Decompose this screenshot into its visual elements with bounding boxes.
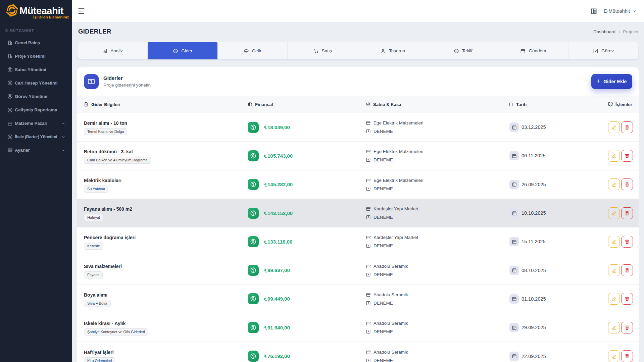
svg-text:İşi Bilen Elemanınız: İşi Bilen Elemanınız xyxy=(33,15,69,19)
